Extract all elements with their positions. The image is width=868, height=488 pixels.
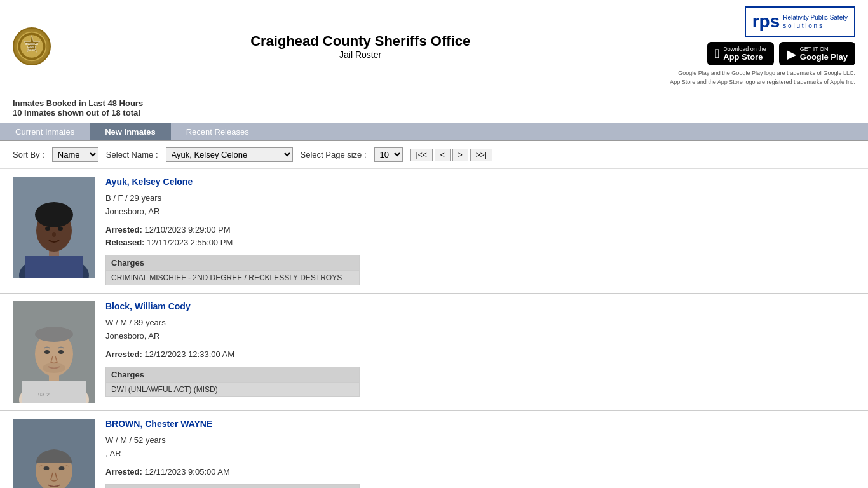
- inmate-info: Block, William Cody W / M / 39 years Jon…: [105, 301, 855, 396]
- inmate-info: Ayuk, Kelsey Celone B / F / 29 years Jon…: [105, 177, 855, 285]
- inmate-details: B / F / 29 years Jonesboro, AR: [105, 192, 855, 219]
- nav-last-button[interactable]: >>|: [470, 149, 492, 161]
- nav-first-button[interactable]: |<<: [410, 149, 433, 161]
- inmate-row: BROWN, Chester WAYNE W / M / 52 years , …: [0, 411, 868, 488]
- inmate-row: 93-2- Block, William Cody W / M / 39 yea…: [0, 294, 868, 411]
- page-size-select[interactable]: 5 10 25 50: [374, 147, 403, 162]
- charges-header: Charges: [106, 485, 359, 488]
- inmate-name[interactable]: BROWN, Chester WAYNE: [105, 419, 855, 429]
- sort-label: Sort By :: [13, 150, 44, 159]
- sort-select[interactable]: Name Date Charge: [52, 147, 98, 162]
- inmate-name[interactable]: Ayuk, Kelsey Celone: [105, 177, 855, 187]
- inmate-details: W / M / 52 years , AR: [105, 434, 855, 461]
- svg-point-22: [58, 350, 64, 354]
- charges-table: Charges POSSESSION OF METH OR COCAINE LT…: [105, 484, 360, 488]
- google-play-icon: ▶: [787, 46, 796, 62]
- info-bar: Inmates Booked in Last 48 Hours 10 inmat…: [0, 93, 868, 123]
- tab-bar: Current Inmates New Inmates Recent Relea…: [0, 123, 868, 141]
- charges-header: Charges: [106, 367, 359, 383]
- name-select-label: Select Name :: [106, 150, 158, 159]
- page-size-label: Select Page size :: [301, 150, 367, 159]
- charges-header: Charges: [106, 255, 359, 271]
- inmate-row: Ayuk, Kelsey Celone B / F / 29 years Jon…: [0, 169, 868, 294]
- charges-table: Charges CRIMINAL MISCHIEF - 2ND DEGREE /…: [105, 255, 360, 285]
- inmate-info: BROWN, Chester WAYNE W / M / 52 years , …: [105, 419, 855, 488]
- svg-point-31: [59, 466, 65, 470]
- svg-point-11: [35, 202, 73, 227]
- trademark-text: Google Play and the Google Play logo are…: [670, 69, 855, 86]
- rps-letters: rps: [752, 11, 780, 32]
- nav-next-button[interactable]: >: [452, 149, 468, 161]
- svg-rect-15: [25, 256, 83, 278]
- inmate-name[interactable]: Block, William Cody: [105, 301, 855, 311]
- svg-point-30: [44, 466, 50, 470]
- apple-icon: : [715, 46, 719, 61]
- inmate-arrested: Arrested: 12/11/2023 9:05:00 AM: [105, 466, 855, 479]
- svg-rect-24: [22, 381, 86, 403]
- google-play-button[interactable]: ▶ GET IT ON Google Play: [779, 42, 855, 65]
- inmate-photo: [13, 177, 95, 278]
- tab-recent-releases[interactable]: Recent Releases: [171, 123, 264, 140]
- svg-point-20: [35, 327, 73, 342]
- header-center: Craighead County Sheriffs Office Jail Ro…: [250, 33, 470, 60]
- header-left: CRAIGHEAD COUNTY SHERIFF: [13, 27, 51, 65]
- page-header: CRAIGHEAD COUNTY SHERIFF Craighead Count…: [0, 0, 868, 93]
- inmate-photo: [13, 419, 95, 488]
- inmate-arrested: Arrested: 12/12/2023 12:33:00 AM: [105, 348, 855, 362]
- tab-new-inmates[interactable]: New Inmates: [90, 123, 170, 140]
- inmates-count-line2: 10 inmates shown out of 18 total: [13, 108, 855, 118]
- charge-item: DWI (UNLAWFUL ACT) (MISD): [106, 383, 359, 396]
- inmates-count-line1: Inmates Booked in Last 48 Hours: [13, 98, 855, 108]
- inmate-photo: 93-2-: [13, 301, 95, 403]
- svg-point-12: [45, 227, 50, 231]
- app-store-button[interactable]:  Download on the App Store: [707, 42, 774, 65]
- page-subtitle: Jail Roster: [250, 50, 470, 60]
- inmate-arrested: Arrested: 12/10/2023 9:29:00 PM Released…: [105, 224, 855, 250]
- tab-current-inmates[interactable]: Current Inmates: [0, 123, 90, 140]
- svg-point-13: [58, 227, 63, 231]
- pagination-nav: |<< < > >>|: [410, 149, 492, 161]
- header-right: rps Relativity Public Safety s o l u t i…: [670, 6, 855, 86]
- app-buttons:  Download on the App Store ▶ GET IT ON …: [707, 42, 855, 65]
- svg-point-21: [44, 350, 50, 354]
- name-select[interactable]: Ayuk, Kelsey Celone: [166, 147, 293, 162]
- charges-table: Charges DWI (UNLAWFUL ACT) (MISD): [105, 367, 360, 397]
- page-title: Craighead County Sheriffs Office: [250, 33, 470, 50]
- inmate-list: Ayuk, Kelsey Celone B / F / 29 years Jon…: [0, 169, 868, 488]
- svg-point-23: [43, 363, 65, 373]
- svg-text:SHERIFF: SHERIFF: [28, 49, 36, 51]
- svg-text:93-2-: 93-2-: [38, 391, 51, 398]
- nav-prev-button[interactable]: <: [435, 149, 451, 161]
- inmate-details: W / M / 39 years Jonesboro, AR: [105, 316, 855, 343]
- controls-bar: Sort By : Name Date Charge Select Name :…: [0, 141, 868, 169]
- charge-item: CRIMINAL MISCHIEF - 2ND DEGREE / RECKLES…: [106, 271, 359, 285]
- rps-tagline: Relativity Public Safety s o l u t i o n…: [783, 13, 848, 30]
- rps-logo: rps Relativity Public Safety s o l u t i…: [745, 6, 855, 37]
- sheriff-badge-icon: CRAIGHEAD COUNTY SHERIFF: [13, 27, 51, 65]
- svg-point-14: [52, 232, 56, 237]
